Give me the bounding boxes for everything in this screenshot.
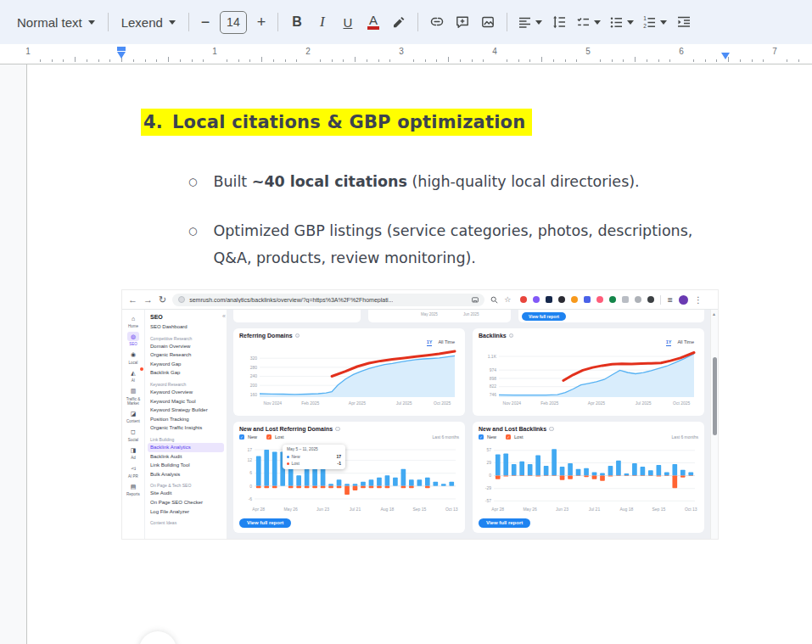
scroll-up-arrow[interactable]: ▲	[712, 311, 716, 316]
extension-icon[interactable]	[533, 296, 540, 303]
menu-item-log-file-analyzer[interactable]: Log File Analyzer	[150, 507, 221, 517]
add-comment-button[interactable]	[450, 9, 475, 35]
first-line-indent-marker[interactable]	[117, 47, 126, 51]
rail-item-social[interactable]: ◻Social	[123, 426, 144, 443]
style-dropdown[interactable]: Normal text	[10, 9, 102, 35]
rail-item-home[interactable]: ⌂Home	[123, 312, 144, 329]
menu-item-organic-research[interactable]: Organic Research	[150, 350, 221, 360]
menu-item-on-page-seo-checker[interactable]: On Page SEO Checker	[150, 498, 221, 507]
extension-icon[interactable]	[571, 296, 578, 303]
numbered-list-button[interactable]: 1 2	[638, 9, 671, 35]
bulleted-list-button[interactable]	[605, 9, 638, 35]
rail-item-content[interactable]: ◪Content	[123, 408, 144, 425]
extension-icon[interactable]	[584, 296, 591, 303]
extension-icon[interactable]	[635, 296, 641, 303]
menu-item-backlink-audit[interactable]: Backlink Audit	[150, 452, 221, 462]
bold-button[interactable]: B	[284, 9, 310, 35]
font-size-input[interactable]: 14	[220, 11, 247, 34]
new-checkbox[interactable]: ✓	[479, 434, 484, 440]
bar-lost	[608, 476, 613, 477]
info-icon[interactable]: i	[549, 427, 554, 432]
view-full-report-button[interactable]: View full report	[479, 518, 530, 528]
menu-item-position-tracking[interactable]: Position Tracking	[150, 415, 221, 424]
tab-all-time[interactable]: All Time	[677, 339, 694, 346]
browser-reload-button[interactable]: ↻	[159, 295, 166, 305]
rail-item-traffic-market[interactable]: ▥Traffic & Market	[123, 385, 144, 406]
view-full-report-button[interactable]: View full report	[239, 518, 291, 528]
menu-item-backlink-analytics[interactable]: Backlink Analytics	[148, 443, 224, 452]
rail-item-ai-pr[interactable]: ◅AI PR	[123, 462, 144, 479]
rail-item-reports[interactable]: ▤Reports	[123, 481, 144, 498]
increase-font-size-button[interactable]: +	[251, 10, 272, 34]
highlight-color-button[interactable]	[386, 9, 412, 35]
svg-text:Jun 23: Jun 23	[316, 507, 329, 512]
rail-item-seo[interactable]: ◍SEO	[123, 331, 144, 348]
embedded-scrollbar[interactable]: ▲	[710, 310, 718, 539]
insert-link-button[interactable]	[424, 9, 450, 35]
line-spacing-button[interactable]	[546, 9, 572, 35]
menu-item-site-audit[interactable]: Site Audit	[150, 489, 221, 498]
ai-icon: ◭	[127, 368, 139, 378]
text-color-button[interactable]: A	[361, 9, 386, 35]
info-icon[interactable]: i	[295, 333, 300, 339]
extension-icon[interactable]	[520, 296, 527, 303]
menu-item-domain-overview[interactable]: Domain Overview	[150, 342, 221, 351]
document-page[interactable]: 4.Local citations & GBP optimization ○ B…	[27, 64, 812, 644]
url-bar[interactable]: semrush.com/analytics/backlinks/overview…	[172, 294, 484, 306]
lost-checkbox[interactable]: ✓	[266, 434, 272, 440]
tab-1y[interactable]: 1Y	[666, 339, 672, 346]
extension-icon[interactable]	[622, 296, 629, 303]
docs-toolbar: Normal text Lexend − 14 + B I U A	[0, 0, 812, 44]
menu-item-keyword-strategy-builder[interactable]: Keyword Strategy Builder	[150, 406, 221, 415]
collapse-menu-icon[interactable]: «	[222, 313, 226, 319]
rail-item-local[interactable]: ◉Local	[123, 349, 144, 366]
search-icon[interactable]	[490, 292, 498, 307]
info-icon[interactable]: i	[335, 427, 340, 432]
cast-icon[interactable]	[472, 297, 479, 303]
menu-item-keyword-gap[interactable]: Keyword Gap	[150, 360, 221, 369]
decrease-indent-button[interactable]	[671, 9, 697, 35]
explore-button[interactable]	[139, 631, 176, 644]
bar-charts-row: New and Lost Referring Domains i ✓ New ✓…	[233, 422, 704, 533]
font-dropdown[interactable]: Lexend	[115, 9, 182, 35]
reading-list-icon[interactable]: ≣	[667, 296, 673, 304]
scrollbar-thumb[interactable]	[713, 357, 717, 435]
menu-item-backlink-gap[interactable]: Backlink Gap	[150, 368, 221, 378]
ruler-tick	[693, 59, 694, 63]
left-indent-marker[interactable]	[117, 47, 126, 59]
lost-checkbox[interactable]: ✓	[506, 434, 511, 440]
extension-icon[interactable]	[609, 296, 616, 303]
info-icon[interactable]: i	[509, 333, 514, 339]
browser-forward-button[interactable]: →	[143, 295, 153, 305]
browser-back-button[interactable]: ←	[128, 295, 137, 305]
tab-all-time[interactable]: All Time	[438, 339, 455, 346]
menu-item-keyword-overview[interactable]: Keyword Overview	[150, 388, 221, 397]
menu-item-organic-traffic-insights[interactable]: Organic Traffic Insights	[150, 423, 221, 433]
embedded-screenshot[interactable]: ← → ↻ semrush.com/analytics/backlinks/ov…	[121, 289, 719, 540]
profile-avatar[interactable]	[679, 295, 688, 305]
right-indent-marker[interactable]	[721, 52, 730, 59]
extension-icon[interactable]	[558, 296, 565, 303]
new-checkbox[interactable]: ✓	[239, 434, 244, 440]
view-full-report-button[interactable]: View full report	[522, 312, 566, 321]
menu-item-seo-dashboard[interactable]: SEO Dashboard	[150, 322, 221, 332]
browser-menu-button[interactable]: ⋮	[694, 295, 703, 305]
menu-item-keyword-magic-tool[interactable]: Keyword Magic Tool	[150, 397, 221, 406]
insert-image-button[interactable]	[475, 9, 501, 35]
extension-icon[interactable]	[546, 296, 552, 303]
align-button[interactable]	[513, 9, 546, 35]
italic-button[interactable]: I	[310, 9, 335, 35]
rail-item-ai[interactable]: ◭AI	[123, 367, 144, 384]
tab-1y[interactable]: 1Y	[427, 339, 433, 346]
underline-button[interactable]: U	[335, 9, 361, 35]
checklist-button[interactable]	[572, 9, 605, 35]
extension-icon[interactable]	[596, 296, 603, 303]
menu-item-link-building-tool[interactable]: Link Building Tool	[150, 461, 221, 470]
bookmark-star-icon[interactable]: ☆	[504, 295, 511, 304]
site-info-icon[interactable]	[178, 296, 185, 303]
bar-new	[648, 470, 653, 475]
decrease-font-size-button[interactable]: −	[195, 10, 216, 34]
rail-item-ad[interactable]: ◨Ad	[123, 445, 144, 462]
extension-icon[interactable]	[647, 296, 654, 303]
menu-item-bulk-analysis[interactable]: Bulk Analysis	[150, 470, 221, 479]
